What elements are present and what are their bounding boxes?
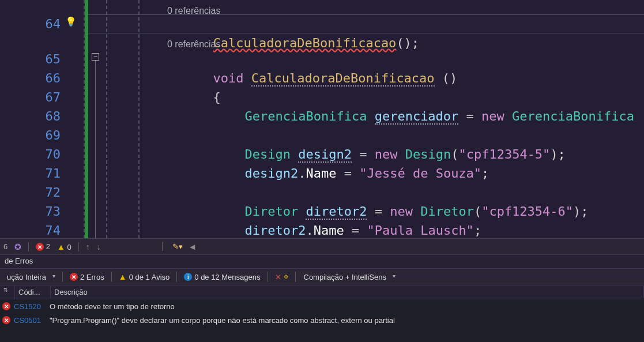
error-icon: ✕	[2, 302, 10, 310]
change-indicator	[85, 0, 88, 238]
code-pane[interactable]: 0 referências CalculadoraDeBonificacao()…	[104, 0, 644, 238]
error-code-link[interactable]: CS0501	[14, 316, 46, 325]
errors-filter-button[interactable]: ✕2 Erros	[67, 272, 107, 283]
line-number: 74	[26, 221, 61, 238]
header-icon-col[interactable]: ⇅	[0, 285, 15, 298]
fold-margin: −	[84, 0, 104, 238]
type: GerenciaBonifica	[244, 109, 367, 123]
line-number: 71	[26, 164, 61, 183]
line-number: 66	[26, 69, 61, 88]
line-number: 70	[26, 145, 61, 164]
line-number: 69	[26, 126, 61, 145]
method-call: CalculadoraDeBonificacao	[213, 36, 396, 50]
warnings-filter-button[interactable]: ▲0 de 1 Aviso	[116, 271, 172, 283]
line-number: 67	[26, 88, 61, 107]
line-number: 68	[26, 107, 61, 126]
error-description: "Program.Program()" deve declarar um cor…	[50, 316, 395, 325]
fold-guide	[95, 61, 96, 238]
nav-up-icon[interactable]: ↑	[86, 242, 90, 251]
line-number: 73	[26, 202, 61, 221]
error-row[interactable]: ✕ CS0501 "Program.Program()" deve declar…	[0, 313, 644, 327]
status-left-number: 6	[3, 242, 7, 251]
gutter: 64 65 66 67 68 69 70 71 72 73 74 💡	[0, 0, 84, 238]
code-editor[interactable]: 64 65 66 67 68 69 70 71 72 73 74 💡 − 0 r…	[0, 0, 644, 238]
error-list-title: de Erros	[0, 254, 644, 268]
line-number: 65	[26, 50, 61, 69]
error-code-link[interactable]: CS1520	[14, 302, 46, 311]
header-code[interactable]: Códi...	[15, 286, 51, 298]
fold-toggle[interactable]: −	[92, 53, 99, 61]
indent-guide	[106, 0, 107, 238]
line-number: 72	[26, 183, 61, 202]
call-parens: ();	[396, 36, 419, 50]
brain-icon[interactable]: ✪	[14, 242, 21, 251]
build-filter-icon[interactable]: ✕⚙	[273, 272, 291, 283]
error-list-toolbar: ução Inteira ✕2 Erros ▲0 de 1 Aviso i0 d…	[0, 268, 644, 285]
error-icon: ✕	[2, 316, 10, 324]
line-number: 64	[26, 14, 61, 33]
error-list-header: ⇅ Códi... Descrição	[0, 285, 644, 299]
header-description[interactable]: Descrição	[51, 286, 644, 298]
var: gerenciador	[375, 109, 459, 125]
code-line-73[interactable]: diretor2.Name = "Paula Lausch";	[199, 202, 481, 238]
nav-down-icon[interactable]: ↓	[97, 242, 101, 251]
indent-guide	[138, 0, 140, 238]
error-count[interactable]: ✕ 2	[36, 242, 50, 251]
warning-count[interactable]: ▲ 0	[57, 242, 71, 251]
error-row[interactable]: ✕ CS1520 O método deve ter um tipo de re…	[0, 299, 644, 313]
scroll-left-icon[interactable]: ◀	[190, 243, 195, 251]
pen-icon[interactable]: ✎▾	[172, 242, 183, 251]
source-dropdown[interactable]: Compilação + IntelliSens	[300, 272, 398, 283]
method-name: CalculadoraDeBonificacao	[251, 71, 435, 87]
messages-filter-button[interactable]: i0 de 12 Mensagens	[182, 272, 262, 283]
scope-dropdown[interactable]: ução Inteira	[3, 272, 58, 283]
editor-status-bar: 6 ✪ ✕ 2 ▲ 0 ↑ ↓ ⎮ ✎▾ ◀	[0, 238, 644, 254]
caret-indicator: ⎮	[161, 242, 165, 251]
error-description: O método deve ter um tipo de retorno	[50, 302, 175, 311]
parens: ()	[435, 71, 458, 85]
lightbulb-icon[interactable]: 💡	[65, 16, 77, 27]
